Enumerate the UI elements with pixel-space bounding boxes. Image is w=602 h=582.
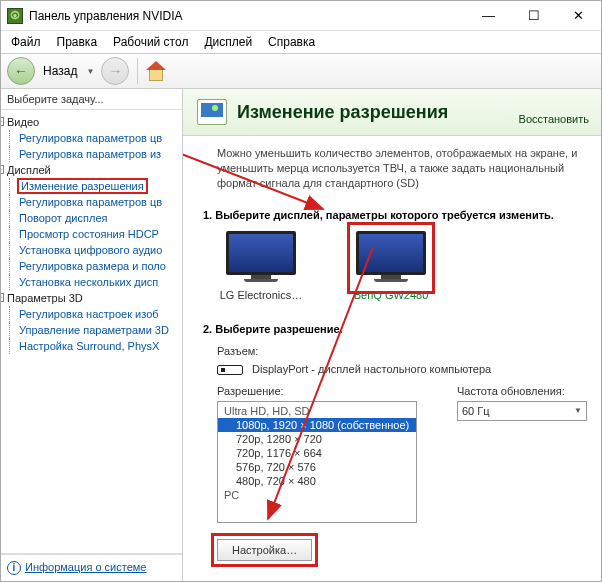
res-group: PC [218, 488, 416, 502]
resolution-listbox[interactable]: Ultra HD, HD, SD 1080p, 1920 × 1080 (соб… [217, 401, 417, 523]
monitor-option-2[interactable]: BenQ GW2480 [341, 231, 441, 301]
titlebar: ⦿ Панель управления NVIDIA — ☐ ✕ [1, 1, 601, 31]
res-option[interactable]: 576p, 720 × 576 [218, 460, 416, 474]
tree-item[interactable]: Установка нескольких дисп [19, 276, 158, 288]
res-option[interactable]: 1080p, 1920 × 1080 (собственное) [218, 418, 416, 432]
menu-edit[interactable]: Правка [51, 33, 104, 51]
back-label: Назад [43, 64, 77, 78]
monitor-option-1[interactable]: LG Electronics… [211, 231, 311, 301]
tree-item-change-resolution[interactable]: Изменение разрешения [19, 180, 146, 192]
step2-label: 2. Выберите разрешение. [203, 323, 593, 335]
tree-item[interactable]: Установка цифрового аудио [19, 244, 162, 256]
tree-item[interactable]: Регулировка параметров цв [19, 196, 162, 208]
tree-item[interactable]: Просмотр состояния HDCP [19, 228, 159, 240]
tree-cat-display[interactable]: Дисплей [7, 163, 51, 177]
refresh-combo[interactable]: 60 Гц ▼ [457, 401, 587, 421]
resolution-icon [197, 99, 227, 125]
tree-item[interactable]: Регулировка параметров цв [19, 132, 162, 144]
tree-item[interactable]: Регулировка настроек изоб [19, 308, 159, 320]
description: Можно уменьшить количество элементов, от… [203, 146, 593, 191]
task-tree: −Видео Регулировка параметров цв Регулир… [1, 109, 182, 554]
res-option[interactable]: 480p, 720 × 480 [218, 474, 416, 488]
menubar: Файл Правка Рабочий стол Дисплей Справка [1, 31, 601, 53]
sidebar: Выберите задачу... −Видео Регулировка па… [1, 89, 183, 581]
collapse-icon[interactable]: − [1, 293, 4, 302]
tree-item[interactable]: Регулировка размера и поло [19, 260, 166, 272]
monitor-picker: LG Electronics… BenQ GW2480 [211, 231, 593, 301]
step1-label: 1. Выберите дисплей, параметры которого … [203, 209, 593, 221]
menu-help[interactable]: Справка [262, 33, 321, 51]
divider [137, 58, 138, 84]
minimize-button[interactable]: — [466, 1, 511, 30]
forward-button[interactable]: → [101, 57, 129, 85]
restore-link[interactable]: Восстановить [519, 113, 589, 125]
tree-cat-3d[interactable]: Параметры 3D [7, 291, 83, 305]
resolution-label: Разрешение: [217, 385, 417, 397]
tree-cat-video[interactable]: Видео [7, 115, 39, 129]
tree-item[interactable]: Поворот дисплея [19, 212, 107, 224]
back-button[interactable]: ← [7, 57, 35, 85]
window-title: Панель управления NVIDIA [29, 9, 466, 23]
tree-item[interactable]: Управление параметрами 3D [19, 324, 169, 336]
nvidia-control-panel-window: ⦿ Панель управления NVIDIA — ☐ ✕ Файл Пр… [0, 0, 602, 582]
maximize-button[interactable]: ☐ [511, 1, 556, 30]
connector-label: Разъем: [217, 345, 258, 357]
home-icon[interactable] [146, 61, 166, 81]
refresh-label: Частота обновления: [457, 385, 587, 397]
res-group: Ultra HD, HD, SD [218, 404, 416, 418]
task-header: Выберите задачу... [1, 89, 182, 109]
res-option[interactable]: 720p, 1280 × 720 [218, 432, 416, 446]
system-info-link[interactable]: iИнформация о системе [1, 554, 182, 581]
back-history-dropdown[interactable]: ▼ [83, 58, 97, 84]
nvidia-icon: ⦿ [7, 8, 23, 24]
chevron-down-icon: ▼ [574, 406, 582, 415]
collapse-icon[interactable]: − [1, 165, 4, 174]
main: Можно уменьшить количество элементов, от… [183, 136, 601, 581]
tree-item[interactable]: Настройка Surround, PhysX [19, 340, 159, 352]
res-option[interactable]: 720p, 1176 × 664 [218, 446, 416, 460]
page-header: Изменение разрешения Восстановить [183, 89, 601, 136]
info-icon: i [7, 561, 21, 575]
close-button[interactable]: ✕ [556, 1, 601, 30]
page-title: Изменение разрешения [237, 102, 509, 123]
displayport-icon [217, 365, 243, 375]
tree-item[interactable]: Регулировка параметров из [19, 148, 161, 160]
menu-desktop[interactable]: Рабочий стол [107, 33, 194, 51]
customize-button[interactable]: Настройка… [217, 539, 312, 561]
connector-value: DisplayPort - дисплей настольного компью… [252, 363, 491, 375]
collapse-icon[interactable]: − [1, 117, 4, 126]
content-pane: Изменение разрешения Восстановить Можно … [183, 89, 601, 581]
menu-display[interactable]: Дисплей [198, 33, 258, 51]
menu-file[interactable]: Файл [5, 33, 47, 51]
navbar: ← Назад ▼ → [1, 53, 601, 89]
